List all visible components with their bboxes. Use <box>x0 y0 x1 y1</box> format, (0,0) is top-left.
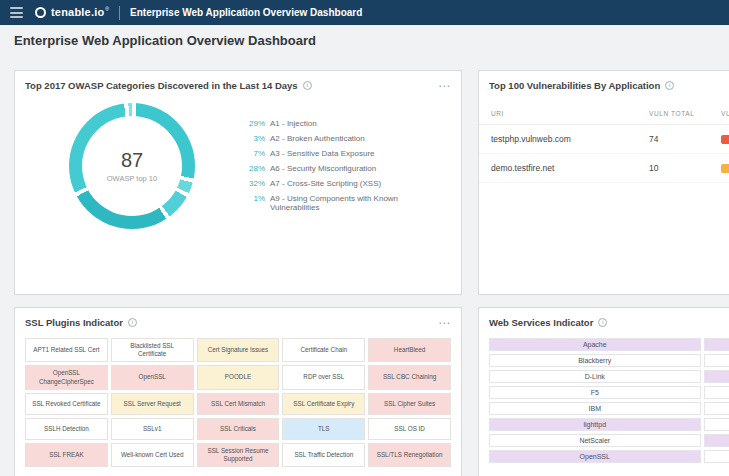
menu-icon[interactable] <box>10 7 23 18</box>
menu-icon-bar <box>10 7 23 9</box>
legend-item[interactable]: 3% A2 - Broken Authentication <box>245 134 447 143</box>
table-row[interactable]: testphp.vulnweb.com 74 <box>479 125 729 154</box>
legend-percent: 29% <box>245 119 265 128</box>
legend-item[interactable]: 1% A9 - Using Components with Known Vuln… <box>245 194 447 212</box>
legend-percent: 1% <box>245 194 265 203</box>
ssl-matrix-cell[interactable]: Well-known Cert Used <box>111 443 194 467</box>
web-service-cell[interactable]: Apple <box>704 338 729 351</box>
card-title: SSL Plugins Indicator <box>25 317 123 328</box>
info-icon[interactable]: i <box>128 318 137 327</box>
ssl-matrix-cell[interactable]: SSL CBC Chaining <box>368 365 451 389</box>
legend-label: A6 - Security Misconfiguration <box>270 164 376 173</box>
ssl-matrix-cell[interactable]: SSLH Detection <box>25 418 108 440</box>
ssl-matrix-cell[interactable]: SSL Traffic Detection <box>282 443 365 467</box>
cell-vuln-total: 74 <box>649 134 721 144</box>
ssl-matrix-cell[interactable]: SSL/TLS Renegotiation <box>368 443 451 467</box>
ssl-cell-label: Well-known Cert Used <box>121 451 184 459</box>
card-header: Top 2017 OWASP Categories Discovered in … <box>15 71 461 95</box>
web-service-cell[interactable]: iPlanet <box>704 402 729 415</box>
web-service-cell[interactable]: Cisco,Linksys <box>704 354 729 367</box>
card-title: Top 2017 OWASP Categories Discovered in … <box>25 80 298 91</box>
column-header-vulnerabilities: VULNERABILITIES <box>721 110 729 117</box>
ssl-cell-label: SSL FREAK <box>49 451 83 459</box>
ssl-cell-label: SSL Server Request <box>124 400 181 408</box>
web-service-cell[interactable]: IBM <box>489 402 701 415</box>
ssl-matrix-cell[interactable]: SSL FREAK <box>25 443 108 467</box>
ssl-matrix-cell[interactable]: SSL OS ID <box>368 418 451 440</box>
legend-item[interactable]: 29% A1 - Injection <box>245 119 447 128</box>
ssl-matrix-cell[interactable]: TLS <box>282 418 365 440</box>
ssl-matrix-cell[interactable]: SSL Certificate Expiry <box>282 393 365 415</box>
card-options-icon[interactable]: ⋯ <box>438 319 451 327</box>
ssl-matrix-cell[interactable]: OpenSSL <box>111 365 194 389</box>
ssl-matrix-cell[interactable]: POODLE <box>197 365 280 389</box>
severity-bar[interactable] <box>721 135 729 144</box>
web-service-cell[interactable]: Default Administrator <box>704 370 729 383</box>
ssl-matrix-cell[interactable]: OpenSSL ChangeCipherSpec <box>25 365 108 389</box>
owasp-legend: 29% A1 - Injection 3% A2 - Broken Authen… <box>245 119 447 218</box>
web-service-label: F5 <box>591 389 599 396</box>
ssl-cell-label: SSL Session Resume Supported <box>202 447 275 463</box>
ssl-matrix-cell[interactable]: Cert Signature Issues <box>197 338 280 362</box>
ssl-cell-label: RDP over SSL <box>303 373 344 381</box>
ssl-cell-label: SSL OS ID <box>394 425 425 433</box>
ssl-matrix-cell[interactable]: SSL Criticals <box>197 418 280 440</box>
cell-uri: demo.testfire.net <box>491 163 649 173</box>
web-service-cell[interactable]: OpenSSL <box>489 450 701 463</box>
info-icon[interactable]: i <box>303 81 312 90</box>
ssl-cell-label: OpenSSL ChangeCipherSpec <box>30 369 103 385</box>
ssl-matrix-cell[interactable]: RDP over SSL <box>282 365 365 389</box>
ssl-matrix-cell[interactable]: SSL Server Request <box>111 393 194 415</box>
ssl-matrix-cell[interactable]: SSL Revoked Certificate <box>25 393 108 415</box>
donut-center-label: OWASP top 10 <box>107 174 157 183</box>
web-service-cell[interactable]: D-Link <box>489 370 701 383</box>
web-service-cell[interactable]: Oracle <box>704 450 729 463</box>
card-ssl-plugins-indicator: SSL Plugins Indicator i ⋯ APT1 Related S… <box>14 307 462 476</box>
web-service-cell[interactable]: Apache <box>489 338 701 351</box>
ssl-cell-label: APT1 Related SSL Cert <box>33 346 99 354</box>
card-title: Web Services Indicator <box>489 317 593 328</box>
donut-center: 87 OWASP top 10 <box>82 116 182 216</box>
column-header-uri: URI <box>491 110 649 117</box>
web-service-cell[interactable]: NetScaler <box>489 434 701 447</box>
ssl-matrix-cell[interactable]: Certificate Chain <box>282 338 365 362</box>
web-service-cell[interactable]: F5 <box>489 386 701 399</box>
ssl-cell-label: OpenSSL <box>139 373 166 381</box>
ssl-matrix-cell[interactable]: APT1 Related SSL Cert <box>25 338 108 362</box>
ssl-matrix-cell[interactable]: HeartBleed <box>368 338 451 362</box>
ssl-matrix-cell[interactable]: SSL Cert Mismatch <box>197 393 280 415</box>
ssl-cell-label: SSL Revoked Certificate <box>32 400 100 408</box>
web-service-cell[interactable]: nginx <box>704 434 729 447</box>
legend-item[interactable]: 32% A7 - Cross-Site Scripting (XSS) <box>245 179 447 188</box>
web-service-label: Blackberry <box>578 357 611 364</box>
owasp-chart-area: 87 OWASP top 10 29% A1 - Injection 3% A2… <box>15 95 461 229</box>
card-options-icon[interactable]: ⋯ <box>438 82 451 90</box>
ssl-cell-label: SSL/TLS Renegotiation <box>377 451 443 459</box>
tenable-ring-icon <box>35 7 46 18</box>
ssl-matrix-cell[interactable]: Blacklisted SSL Certificate <box>111 338 194 362</box>
card-owasp-categories: Top 2017 OWASP Categories Discovered in … <box>14 70 462 295</box>
info-icon[interactable]: i <box>665 81 674 90</box>
card-header: Top 100 Vulnerabilities By Application i… <box>479 71 729 95</box>
legend-item[interactable]: 28% A6 - Security Misconfiguration <box>245 164 447 173</box>
ssl-matrix: APT1 Related SSL Cert Blacklisted SSL Ce… <box>15 332 461 476</box>
web-service-cell[interactable]: HP <box>704 386 729 399</box>
ssl-matrix-cell[interactable]: SSL Session Resume Supported <box>197 443 280 467</box>
legend-label: A7 - Cross-Site Scripting (XSS) <box>270 179 381 188</box>
ssl-matrix-cell[interactable]: SSLv1 <box>111 418 194 440</box>
card-title: Top 100 Vulnerabilities By Application <box>489 80 660 91</box>
legend-label: A9 - Using Components with Known Vulnera… <box>270 194 447 212</box>
severity-bar[interactable] <box>721 164 729 173</box>
ssl-cell-label: TLS <box>318 425 330 433</box>
legend-percent: 3% <box>245 134 265 143</box>
table-row[interactable]: demo.testfire.net 10 <box>479 154 729 183</box>
web-service-cell[interactable]: lighttpd <box>489 418 701 431</box>
web-service-cell[interactable]: Microsoft <box>704 418 729 431</box>
legend-item[interactable]: 7% A3 - Sensitive Data Exposure <box>245 149 447 158</box>
owasp-donut-chart[interactable]: 87 OWASP top 10 <box>69 103 195 229</box>
ssl-matrix-cell[interactable]: SSL Cipher Suites <box>368 393 451 415</box>
tenable-logo[interactable]: tenable.io ® <box>35 5 109 20</box>
web-services-matrix: Apache Apple Blackberry Cisco,Linksys D-… <box>479 332 729 469</box>
web-service-cell[interactable]: Blackberry <box>489 354 701 367</box>
info-icon[interactable]: i <box>598 318 607 327</box>
